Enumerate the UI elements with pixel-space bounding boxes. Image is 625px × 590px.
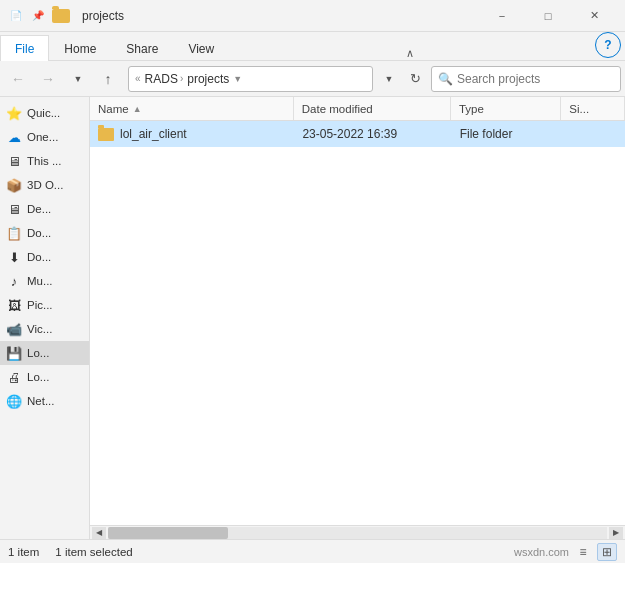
sidebar-label-quick-access: Quic... [27, 107, 60, 119]
col-size-label: Si... [569, 103, 589, 115]
sidebar-label-local-disk-c: Lo... [27, 347, 49, 359]
ribbon-tabs: File Home Share View ∧ ? [0, 32, 625, 60]
sidebar-label-desktop: De... [27, 203, 51, 215]
file-date: 23-05-2022 16:39 [302, 127, 397, 141]
address-part-projects[interactable]: projects ▼ [187, 72, 242, 86]
documents-icon: 📋 [6, 225, 22, 241]
sidebar-item-local-disk-d[interactable]: 🖨 Lo... [0, 365, 89, 389]
search-box[interactable]: 🔍 [431, 66, 621, 92]
file-list: lol_air_client 23-05-2022 16:39 File fol… [90, 121, 625, 525]
file-size-cell [562, 121, 625, 147]
search-input[interactable] [457, 72, 614, 86]
desktop-icon: 🖥 [6, 201, 22, 217]
sidebar-item-desktop[interactable]: 🖥 De... [0, 197, 89, 221]
forward-button[interactable]: → [34, 65, 62, 93]
sidebar-label-videos: Vic... [27, 323, 52, 335]
scroll-right-button[interactable]: ▶ [609, 527, 623, 539]
downloads-icon: ⬇ [6, 249, 22, 265]
sidebar-label-network: Net... [27, 395, 54, 407]
local-disk-d-icon: 🖨 [6, 369, 22, 385]
sidebar-item-quick-access[interactable]: ⭐ Quic... [0, 101, 89, 125]
title-bar: 📄 📌 projects − □ ✕ [0, 0, 625, 32]
address-separator-1: › [180, 73, 183, 84]
file-name: lol_air_client [120, 127, 187, 141]
address-rads-label: RADS [145, 72, 178, 86]
local-disk-c-icon: 💾 [6, 345, 22, 361]
onedrive-icon: ☁ [6, 129, 22, 145]
help-button[interactable]: ? [595, 32, 621, 58]
scroll-track[interactable] [108, 527, 607, 539]
system-menu-icon: 📄 [8, 8, 24, 24]
scroll-left-button[interactable]: ◀ [92, 527, 106, 539]
toolbar: ← → ▼ ↑ « RADS › projects ▼ ▼ ↻ 🔍 [0, 61, 625, 97]
sidebar-item-local-disk-c[interactable]: 💾 Lo... [0, 341, 89, 365]
main-area: ⭐ Quic... ☁ One... 🖥 This ... 📦 3D O... … [0, 97, 625, 539]
sidebar-item-this-pc[interactable]: 🖥 This ... [0, 149, 89, 173]
col-date-label: Date modified [302, 103, 373, 115]
table-row[interactable]: lol_air_client 23-05-2022 16:39 File fol… [90, 121, 625, 147]
up-button[interactable]: ↑ [94, 65, 122, 93]
file-date-cell: 23-05-2022 16:39 [294, 121, 451, 147]
file-type-cell: File folder [452, 121, 562, 147]
tab-share[interactable]: Share [111, 35, 173, 61]
folder-icon [52, 9, 70, 23]
sidebar-item-documents[interactable]: 📋 Do... [0, 221, 89, 245]
sidebar-label-this-pc: This ... [27, 155, 62, 167]
close-button[interactable]: ✕ [571, 0, 617, 32]
status-bar: 1 item 1 item selected wsxdn.com ≡ ⊞ [0, 539, 625, 563]
sidebar-label-pictures: Pic... [27, 299, 53, 311]
col-header-type[interactable]: Type [451, 97, 561, 120]
window-controls: − □ ✕ [479, 0, 617, 32]
col-header-date[interactable]: Date modified [294, 97, 451, 120]
network-icon: 🌐 [6, 393, 22, 409]
address-dropdown-button[interactable]: ▼ [379, 66, 399, 92]
title-bar-icons: 📄 📌 [8, 8, 70, 24]
quick-access-icon: ⭐ [6, 105, 22, 121]
horizontal-scrollbar[interactable]: ◀ ▶ [90, 525, 625, 539]
sidebar-item-pictures[interactable]: 🖼 Pic... [0, 293, 89, 317]
3d-objects-icon: 📦 [6, 177, 22, 193]
tab-view[interactable]: View [173, 35, 229, 61]
refresh-button[interactable]: ↻ [401, 66, 429, 92]
sidebar: ⭐ Quic... ☁ One... 🖥 This ... 📦 3D O... … [0, 97, 90, 539]
brand-label: wsxdn.com [514, 546, 569, 558]
address-bar[interactable]: « RADS › projects ▼ [128, 66, 373, 92]
back-button[interactable]: ← [4, 65, 32, 93]
dropdown-button[interactable]: ▼ [64, 65, 92, 93]
sidebar-item-network[interactable]: 🌐 Net... [0, 389, 89, 413]
search-icon: 🔍 [438, 72, 453, 86]
sidebar-item-3d-objects[interactable]: 📦 3D O... [0, 173, 89, 197]
file-type: File folder [460, 127, 513, 141]
file-header: Name ▲ Date modified Type Si... [90, 97, 625, 121]
ribbon-collapse-chevron[interactable]: ∧ [406, 47, 418, 60]
sidebar-item-music[interactable]: ♪ Mu... [0, 269, 89, 293]
sidebar-label-onedrive: One... [27, 131, 58, 143]
sidebar-item-downloads[interactable]: ⬇ Do... [0, 245, 89, 269]
col-header-size[interactable]: Si... [561, 97, 625, 120]
address-part-rads[interactable]: RADS › [145, 72, 184, 86]
col-type-label: Type [459, 103, 484, 115]
ribbon: File Home Share View ∧ ? [0, 32, 625, 61]
address-left-arrow: « [135, 73, 141, 84]
minimize-button[interactable]: − [479, 0, 525, 32]
music-icon: ♪ [6, 273, 22, 289]
file-name-cell: lol_air_client [90, 121, 294, 147]
status-right: wsxdn.com ≡ ⊞ [514, 543, 617, 561]
tab-home[interactable]: Home [49, 35, 111, 61]
sidebar-label-documents: Do... [27, 227, 51, 239]
file-area: Name ▲ Date modified Type Si... lol_air_… [90, 97, 625, 539]
folder-icon-small [98, 128, 114, 141]
sort-arrow-name: ▲ [133, 104, 142, 114]
sidebar-label-local-disk-d: Lo... [27, 371, 49, 383]
sidebar-item-onedrive[interactable]: ☁ One... [0, 125, 89, 149]
pictures-icon: 🖼 [6, 297, 22, 313]
scroll-thumb[interactable] [108, 527, 228, 539]
tab-file[interactable]: File [0, 35, 49, 61]
grid-view-button[interactable]: ⊞ [597, 543, 617, 561]
list-view-button[interactable]: ≡ [573, 543, 593, 561]
col-header-name[interactable]: Name ▲ [90, 97, 294, 120]
address-dropdown-chevron: ▼ [233, 74, 242, 84]
maximize-button[interactable]: □ [525, 0, 571, 32]
videos-icon: 📹 [6, 321, 22, 337]
sidebar-item-videos[interactable]: 📹 Vic... [0, 317, 89, 341]
